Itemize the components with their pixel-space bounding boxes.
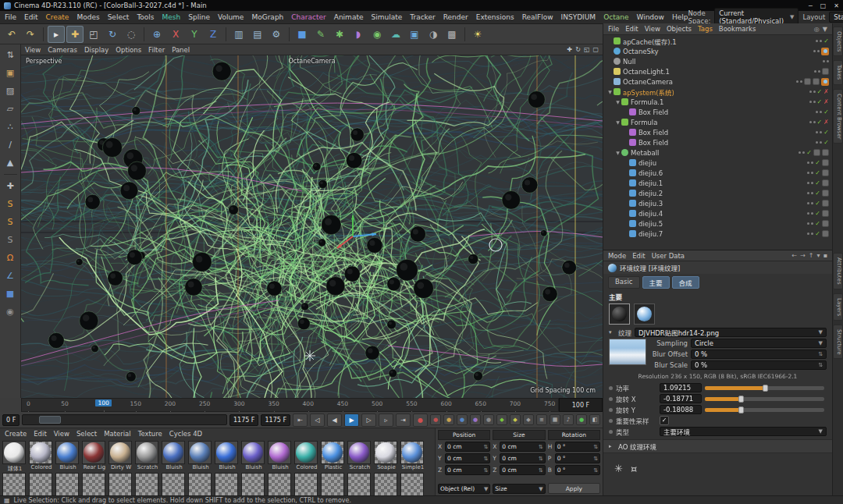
- texture-thumbnail[interactable]: [609, 339, 646, 365]
- material-item[interactable]: Colored: [294, 441, 319, 471]
- stepper-icon[interactable]: ⇅: [818, 351, 823, 357]
- viewport-menu-view[interactable]: View: [25, 46, 41, 54]
- material-item[interactable]: [29, 473, 54, 495]
- tag-icon[interactable]: [822, 230, 829, 237]
- ruler-tick[interactable]: 150: [130, 400, 141, 407]
- object-row[interactable]: ▼Formula.1✓✗: [603, 97, 832, 107]
- material-item[interactable]: [188, 473, 213, 495]
- material-item[interactable]: [55, 473, 80, 495]
- attribute-menu-mode[interactable]: Mode: [608, 252, 626, 260]
- ruler-tick[interactable]: 550: [406, 400, 417, 407]
- material-thumbnail[interactable]: [347, 441, 371, 464]
- material-item[interactable]: Soapie: [374, 441, 399, 471]
- material-item[interactable]: Bluish: [215, 441, 240, 471]
- solo-icon[interactable]: ●: [576, 414, 587, 425]
- menu-animate[interactable]: Animate: [334, 13, 364, 21]
- ruler-tick[interactable]: 700: [510, 400, 521, 407]
- object-row[interactable]: Box Field✓: [603, 137, 832, 147]
- power-slider-handle[interactable]: [39, 416, 61, 424]
- menu-tools[interactable]: Tools: [137, 13, 154, 21]
- enabled-check-icon[interactable]: ✓: [823, 140, 829, 146]
- visibility-dot-editor[interactable]: [816, 40, 818, 42]
- material-thumbnail[interactable]: [294, 473, 318, 495]
- visibility-dot-render[interactable]: [811, 202, 813, 204]
- mograph-button[interactable]: ✱: [331, 26, 348, 43]
- object-menu-objects[interactable]: Objects: [667, 25, 692, 33]
- next-frame-button[interactable]: ▷: [361, 413, 376, 427]
- stepper-icon[interactable]: ⇅: [483, 444, 488, 450]
- visibility-dot-editor[interactable]: [816, 111, 818, 113]
- snap-toggle-button[interactable]: S: [2, 196, 19, 212]
- visibility-dot-render[interactable]: [811, 212, 813, 215]
- coordinate-field-size-x[interactable]: 0 cm⇅: [500, 442, 545, 452]
- object-row[interactable]: diejiu.3✓: [603, 198, 832, 208]
- tag-icon[interactable]: [813, 149, 820, 156]
- viewport-menu-options[interactable]: Options: [116, 46, 141, 54]
- material-thumbnail[interactable]: [400, 473, 424, 495]
- object-menu-bookmarks[interactable]: Bookmarks: [719, 25, 756, 33]
- ruler-tick[interactable]: 250: [199, 400, 210, 407]
- object-row[interactable]: Box Field✓: [603, 127, 832, 137]
- object-row[interactable]: diejiu.2✓: [603, 188, 832, 198]
- stepper-icon[interactable]: ⇅: [483, 456, 488, 462]
- coordinate-field-position-z[interactable]: 0 cm⇅: [445, 465, 490, 475]
- stepper-icon[interactable]: ⇅: [483, 467, 488, 474]
- object-menu-tags[interactable]: Tags: [698, 25, 713, 33]
- dock-tab-content-browser[interactable]: Content Browser: [833, 89, 843, 144]
- polygons-mode-button[interactable]: ▲: [2, 154, 19, 171]
- tag-icon[interactable]: [822, 68, 829, 75]
- material-item[interactable]: [241, 473, 266, 495]
- enabled-check-icon[interactable]: ✓: [823, 109, 829, 115]
- material-thumbnail[interactable]: [108, 473, 132, 495]
- tag-icon[interactable]: [822, 179, 829, 186]
- object-row[interactable]: Null: [603, 56, 832, 66]
- anim-dot-icon[interactable]: [609, 419, 613, 423]
- search-icon[interactable]: ◎: [814, 26, 820, 33]
- coordinate-field-size-z[interactable]: 0 cm⇅: [500, 465, 545, 475]
- scale-tool[interactable]: ◰: [85, 26, 102, 43]
- material-item[interactable]: [135, 473, 160, 495]
- pan-view-icon[interactable]: ✚: [567, 46, 572, 53]
- menu-mograph[interactable]: MoGraph: [251, 13, 283, 21]
- disabled-x-icon[interactable]: ✗: [823, 119, 829, 126]
- material-menu-view[interactable]: View: [54, 430, 69, 438]
- end-frame-box[interactable]: 100 F: [559, 398, 603, 412]
- environment-button[interactable]: ☁: [387, 26, 404, 43]
- ruler-tick[interactable]: 350: [268, 400, 279, 407]
- add-cube-button[interactable]: ■: [293, 26, 311, 43]
- visibility-dot-editor[interactable]: [807, 212, 809, 215]
- material-thumbnail[interactable]: [400, 441, 424, 464]
- material-item[interactable]: [321, 473, 346, 495]
- menu-insydium[interactable]: INSYDIUM: [561, 13, 596, 21]
- measure-tool-button[interactable]: ∠: [2, 268, 19, 284]
- material-item[interactable]: [215, 473, 240, 495]
- timeline-ruler[interactable]: 0501001502002503003504004505005506006507…: [21, 398, 559, 412]
- material-thumbnail[interactable]: [268, 441, 291, 464]
- material-item[interactable]: [347, 473, 372, 495]
- enabled-check-icon[interactable]: ✓: [817, 99, 823, 105]
- visibility-dot-editor[interactable]: [814, 70, 816, 73]
- material-thumbnail[interactable]: [294, 441, 318, 464]
- stepper-icon[interactable]: ⇅: [593, 467, 598, 474]
- type-select[interactable]: 主要环境 ▼: [660, 427, 827, 436]
- parameter-slider-2[interactable]: [705, 408, 824, 412]
- visibility-dot-render[interactable]: [811, 182, 813, 184]
- forward-arrow-icon[interactable]: →: [800, 252, 806, 259]
- material-thumbnail[interactable]: [188, 441, 212, 464]
- menu-realflow[interactable]: RealFlow: [522, 13, 553, 21]
- coordinate-field-position-y[interactable]: 0 cm⇅: [445, 453, 490, 463]
- material-item[interactable]: Bluish: [188, 441, 213, 471]
- end-frame-field-2[interactable]: 1175 F: [261, 414, 290, 426]
- menu-file[interactable]: File: [5, 13, 16, 21]
- enabled-check-icon[interactable]: ✓: [817, 119, 823, 126]
- enabled-check-icon[interactable]: ✓: [815, 180, 820, 186]
- render-view-button[interactable]: ▥: [230, 26, 247, 43]
- tag-icon[interactable]: [822, 159, 829, 166]
- previous-frame-button[interactable]: ◀: [327, 413, 342, 427]
- ruler-tick[interactable]: 500: [372, 400, 382, 407]
- expander-icon[interactable]: ▼: [606, 89, 614, 94]
- visibility-dot-render[interactable]: [800, 80, 802, 83]
- visibility-dot-editor[interactable]: [813, 50, 816, 52]
- material-thumbnail[interactable]: [268, 473, 291, 495]
- enabled-check-icon[interactable]: ✓: [815, 231, 820, 237]
